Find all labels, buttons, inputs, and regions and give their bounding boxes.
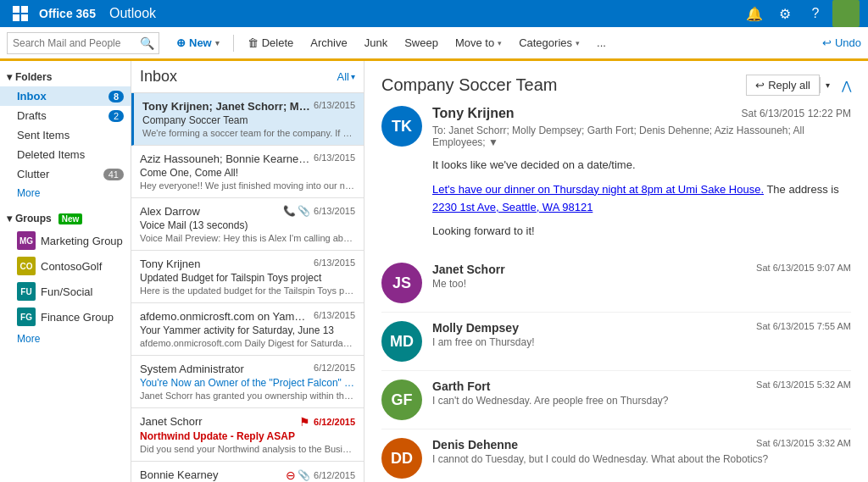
sidebar-item-contosogolf[interactable]: CO ContosoGolf [0,253,131,279]
search-icon[interactable]: 🔍 [140,36,154,50]
contosogolf-dot: CO [17,257,36,275]
sidebar-item-funsocial[interactable]: FU Fun/Social [0,279,131,304]
conv-sender: Garth Fort [432,380,490,393]
conv-header: Garth Fort Sat 6/13/2015 5:32 AM [432,380,851,393]
svg-rect-2 [13,14,19,21]
all-filter-button[interactable]: All ▾ [337,70,355,83]
folders-chevron-icon: ▾ [7,71,12,83]
search-box[interactable]: 🔍 [7,32,159,54]
email-meta-right: 6/13/2015 [314,258,355,268]
app-grid-icon[interactable] [8,2,32,25]
undo-icon: ↩ [822,36,832,49]
reply-all-button[interactable]: ↩ Reply all [746,75,820,96]
top-email-to: To: Janet Schorr; Molly Dempsey; Garth F… [432,125,851,148]
new-icon: ⊕ [176,36,186,49]
collapse-icon[interactable]: ⋀ [842,79,851,92]
delete-icon: 🗑 [248,36,259,49]
conv-sender: Molly Dempsey [432,321,519,335]
new-button[interactable]: ⊕ New ▾ [170,31,226,55]
conv-body: Denis Dehenne Sat 6/13/2015 3:32 AM I ca… [432,438,851,479]
email-preview: Here is the updated budget for the Tails… [140,285,355,296]
sidebar-item-marketing[interactable]: MG Marketing Group [0,228,131,253]
email-subject: You're Now an Owner of the "Project Falc… [140,377,355,389]
toolbar: 🔍 ⊕ New ▾ 🗑 Delete Archive Junk Sweep Mo… [0,27,868,61]
body-link2[interactable]: 2230 1st Ave, Seattle, WA 98121 [432,201,593,213]
new-dropdown-arrow[interactable]: ▾ [215,39,220,47]
conv-time: Sat 6/13/2015 7:55 AM [756,321,851,331]
email-preview: Voice Mail Preview: Hey this is Alex I'm… [140,233,355,243]
delete-button[interactable]: 🗑 Delete [241,31,301,55]
sidebar-item-sent[interactable]: Sent Items [0,125,131,145]
conversation-item[interactable]: DD Denis Dehenne Sat 6/13/2015 3:32 AM I… [381,429,851,482]
sidebar-item-drafts[interactable]: Drafts 2 [0,106,131,125]
email-sender: Alex Darrow [140,205,276,218]
folders-more-link[interactable]: More [0,184,131,202]
email-preview: We're forming a soccer team for the comp… [142,128,355,138]
sidebar-item-finance[interactable]: FG Finance Group [0,304,131,330]
email-date: 6/12/2015 [314,417,355,427]
groups-section[interactable]: ▾ Groups New [0,209,131,228]
email-list-item[interactable]: Bonnie Kearney ⊖📎 6/12/2015 Northwind Ac… [131,462,364,482]
folders-section[interactable]: ▾ Folders [0,68,131,86]
email-list-item[interactable]: Tony Krijnen; Janet Schorr; Molly D... 6… [131,93,364,146]
junk-button[interactable]: Junk [358,31,394,55]
email-list: Inbox All ▾ Tony Krijnen; Janet Schorr; … [131,61,364,482]
undo-button[interactable]: ↩ Undo [822,36,861,49]
settings-icon[interactable]: ⚙ [771,0,798,27]
email-item-top: Tony Krijnen 6/13/2015 [140,258,355,270]
body-text2: The address is [766,183,838,196]
more-toolbar-button[interactable]: ... [590,31,613,55]
email-item-top: System Administrator 6/12/2015 [140,363,355,375]
email-list-item[interactable]: Tony Krijnen 6/13/2015 Updated Budget fo… [131,251,364,303]
email-sender: Aziz Hassouneh; Bonnie Kearney; D... [140,152,310,165]
reply-dropdown-button[interactable]: ▾ [820,77,835,93]
notifications-icon[interactable]: 🔔 [741,0,768,27]
email-preview: Did you send your Northwind analysis to … [140,444,355,454]
conversation-item[interactable]: MD Molly Dempsey Sat 6/13/2015 7:55 AM I… [381,313,851,371]
deleted-label: Deleted Items [17,148,124,161]
email-list-item[interactable]: Alex Darrow 📞📎 6/13/2015 Voice Mail (13 … [131,198,364,251]
attach-icon: 📎 [298,205,310,217]
categories-dropdown-arrow: ▾ [576,39,580,47]
top-email-sender: Tony Krijnen [432,106,515,121]
sweep-button[interactable]: Sweep [398,31,445,55]
search-input[interactable] [13,37,140,49]
body-link1[interactable]: Let's have our dinner on Thursday night … [432,183,764,196]
email-subject-header: Company Soccer Team ↩ Reply all ▾ ⋀ [381,75,851,96]
groups-chevron-icon: ▾ [7,213,12,224]
sidebar-item-clutter[interactable]: Clutter 41 [0,164,131,184]
groups-more-link[interactable]: More [0,330,131,348]
email-sender: Janet Schorr [140,415,292,428]
clutter-label: Clutter [17,168,103,180]
archive-button[interactable]: Archive [303,31,353,55]
email-list-item[interactable]: System Administrator 6/12/2015 You're No… [131,356,364,408]
app-name: Outlook [109,6,741,21]
funsocial-label: Fun/Social [41,285,124,298]
email-item-top: Bonnie Kearney ⊖📎 6/12/2015 [140,468,355,482]
sidebar-item-inbox[interactable]: Inbox 8 [0,86,131,106]
top-bar-icons: 🔔 ⚙ ? [741,0,860,27]
conv-avatar: MD [381,321,422,362]
help-icon[interactable]: ? [802,0,829,27]
conv-preview: I am free on Thursday! [432,336,851,348]
reply-all-icon: ↩ [755,79,765,91]
email-list-item[interactable]: Janet Schorr ⚑ 6/12/2015 Northwind Updat… [131,408,364,462]
sidebar-item-deleted[interactable]: Deleted Items [0,145,131,164]
email-sender: Tony Krijnen; Janet Schorr; Molly D... [142,100,310,113]
categories-button[interactable]: Categories ▾ [512,31,587,55]
email-list-item[interactable]: afdemo.onmicrosft.com on Yammer 6/13/201… [131,303,364,356]
email-item-top: Janet Schorr ⚑ 6/12/2015 [140,415,355,429]
svg-rect-0 [13,6,19,13]
conv-sender: Janet Schorr [432,263,505,276]
email-list-item[interactable]: Aziz Hassouneh; Bonnie Kearney; D... 6/1… [131,146,364,198]
attach-icon: 📎 [298,469,310,481]
conversation-item[interactable]: JS Janet Schorr Sat 6/13/2015 9:07 AM Me… [381,254,851,313]
conversation-list: JS Janet Schorr Sat 6/13/2015 9:07 AM Me… [381,254,851,482]
conversation-item[interactable]: GF Garth Fort Sat 6/13/2015 5:32 AM I ca… [381,371,851,429]
avatar[interactable] [832,0,860,27]
email-item-top: Alex Darrow 📞📎 6/13/2015 [140,205,355,218]
move-to-button[interactable]: Move to ▾ [448,31,509,55]
conv-avatar: JS [381,263,422,303]
reading-pane-subject: Company Soccer Team [381,75,558,95]
top-email-sender-row: Tony Krijnen Sat 6/13/2015 12:22 PM [432,106,851,121]
